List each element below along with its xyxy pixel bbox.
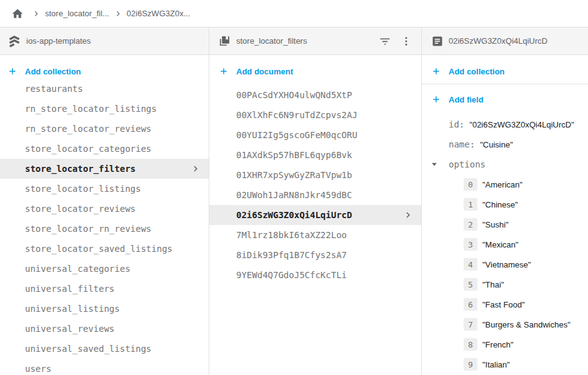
collection-item[interactable]: store_locator_saved_listings xyxy=(0,239,209,259)
plus-icon xyxy=(431,94,441,105)
detail-panel-header: 02i6SzWG3Z0xQi4LqiUrcD xyxy=(422,28,588,55)
document-item[interactable]: 00XlXhFc6N9ruTdZcpvs2AJ xyxy=(209,105,421,125)
collection-item[interactable]: store_locator_rn_reviews xyxy=(0,219,209,239)
filter-icon[interactable] xyxy=(377,34,392,49)
chevron-right-icon xyxy=(402,209,414,221)
add-field-button[interactable]: Add field xyxy=(422,89,588,109)
add-document-button[interactable]: Add document xyxy=(209,61,421,81)
option-item[interactable]: 3 "Mexican" xyxy=(422,234,588,254)
document-item[interactable]: 02UWoh1JaRN8nJkr459dBC xyxy=(209,185,421,205)
options-array: 0 "American" 1 "Chinese" 2 "Sushi" 3 "Me… xyxy=(422,174,588,374)
documents-list: 00PAcSdYXHO4ulwQNd5XtP 00XlXhFc6N9ruTdZc… xyxy=(209,85,421,285)
breadcrumb-document[interactable]: 02i6SzWG3Z0x... xyxy=(127,9,191,18)
collection-title: store_locator_filters xyxy=(236,36,307,46)
option-item[interactable]: 5 "Thai" xyxy=(422,274,588,294)
collection-item[interactable]: universal_listings xyxy=(0,299,209,319)
collection-item[interactable]: universal_filters xyxy=(0,279,209,299)
document-item[interactable]: 01XHR7xpSywGyZRaTVpw1b xyxy=(209,165,421,185)
document-item[interactable]: 8iDik93Pfq1B7Cfys2sA7 xyxy=(209,245,421,265)
document-item[interactable]: 00YUI2Ig5gscoGFeM0qcORU xyxy=(209,125,421,145)
document-item-selected[interactable]: 02i6SzWG3Z0xQi4LqiUrcD xyxy=(209,205,421,225)
plus-icon xyxy=(7,66,17,77)
collapse-triangle-icon[interactable] xyxy=(431,161,437,168)
field-id[interactable]: id: "02i6SzWG3Z0xQi4LqiUrcD" xyxy=(422,114,588,134)
collection-item[interactable]: universal_saved_listings xyxy=(0,339,209,359)
firestore-database-icon xyxy=(8,35,21,48)
collections-panel-header: ios-app-templates xyxy=(0,28,209,55)
document-item[interactable]: 00PAcSdYXHO4ulwQNd5XtP xyxy=(209,85,421,105)
collection-item[interactable]: store_locator_categories xyxy=(0,139,209,159)
database-title: ios-app-templates xyxy=(26,36,91,46)
document-item[interactable]: 7Ml1rz18bkI6taXZ22Loo xyxy=(209,225,421,245)
collection-item[interactable]: rn_store_locator_reviews xyxy=(0,119,209,139)
breadcrumb: store_locator_fil... 02i6SzWG3Z0x... xyxy=(0,0,588,28)
document-item[interactable]: 9YEWd4Q7GdoJ5CfcKcTLi xyxy=(209,265,421,285)
divider xyxy=(422,84,588,84)
kebab-menu-icon[interactable] xyxy=(399,34,414,49)
collections-list: restaurants rn_store_locator_listings rn… xyxy=(0,79,209,375)
option-item[interactable]: 9 "Italian" xyxy=(422,354,588,374)
option-item[interactable]: 2 "Sushi" xyxy=(422,214,588,234)
collection-item[interactable]: store_locator_reviews xyxy=(0,199,209,219)
breadcrumb-collection[interactable]: store_locator_fil... xyxy=(45,9,109,18)
collection-item[interactable]: universal_reviews xyxy=(0,319,209,339)
collection-item[interactable]: users xyxy=(0,359,209,375)
document-item[interactable]: 01AXdkSp57hBFL6qyp6Bvk xyxy=(209,145,421,165)
collection-icon xyxy=(218,35,231,48)
option-item[interactable]: 6 "Fast Food" xyxy=(422,294,588,314)
chevron-right-icon xyxy=(31,9,41,19)
option-item[interactable]: 1 "Chinese" xyxy=(422,194,588,214)
plus-icon xyxy=(431,66,441,77)
option-item[interactable]: 0 "American" xyxy=(422,174,588,194)
collection-item[interactable]: rn_store_locator_listings xyxy=(0,99,209,119)
add-collection-button[interactable]: Add collection xyxy=(422,61,588,81)
option-item[interactable]: 4 "Vietnamese" xyxy=(422,254,588,274)
option-item[interactable]: 8 "French" xyxy=(422,334,588,354)
collection-item[interactable]: universal_categories xyxy=(0,259,209,279)
field-options: options xyxy=(422,154,588,174)
documents-panel-header: store_locator_filters xyxy=(209,28,421,55)
chevron-right-icon xyxy=(190,163,201,174)
option-item[interactable]: 7 "Burgers & Sandwiches" xyxy=(422,314,588,334)
field-name[interactable]: name: "Cuisine" xyxy=(422,134,588,154)
documents-panel: store_locator_filters Add document 00PAc… xyxy=(209,28,422,375)
collection-item[interactable]: store_locator_listings xyxy=(0,179,209,199)
document-icon xyxy=(431,35,444,48)
plus-icon xyxy=(219,66,229,77)
chevron-right-icon xyxy=(113,9,123,19)
document-detail-panel: 02i6SzWG3Z0xQi4LqiUrcD Add collection Ad… xyxy=(422,28,588,375)
collection-item[interactable]: restaurants xyxy=(0,79,209,99)
home-icon[interactable] xyxy=(7,4,27,24)
document-title: 02i6SzWG3Z0xQi4LqiUrcD xyxy=(449,36,547,46)
collections-panel: ios-app-templates Add collection restaur… xyxy=(0,28,209,375)
collection-item-selected[interactable]: store_locator_filters xyxy=(0,159,209,179)
field-list: id: "02i6SzWG3Z0xQi4LqiUrcD" name: "Cuis… xyxy=(422,114,588,374)
